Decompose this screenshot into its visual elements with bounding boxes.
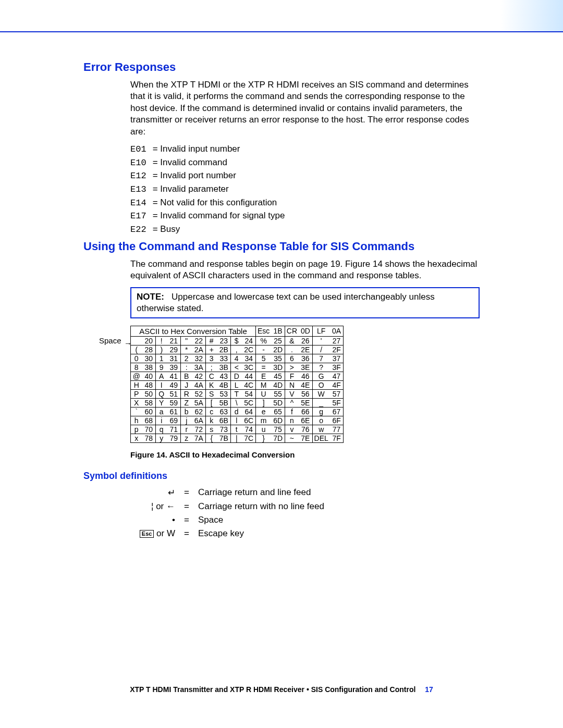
symbol-desc: Carriage return with no line feed (195, 500, 327, 513)
ascii-hex: 33 (217, 354, 231, 363)
error-code: E17 (130, 210, 150, 223)
ascii-hex: 74 (242, 425, 256, 434)
ascii-hex: 2E (299, 345, 312, 354)
ascii-hex: 35 (271, 354, 285, 363)
error-code-line: E10 = Invalid command (130, 156, 480, 170)
ascii-hex: 4B (217, 380, 231, 389)
ascii-hex: 5C (242, 398, 256, 407)
ascii-hex: 40 (142, 372, 156, 380)
ascii-hex: 37 (330, 354, 344, 363)
error-desc: = Invalid input number (150, 144, 240, 154)
ascii-header-char: CR (285, 326, 299, 336)
ascii-hex: 68 (142, 416, 156, 425)
ascii-hex: 21 (167, 336, 181, 345)
ascii-hex: 44 (242, 372, 256, 380)
ascii-char: q (156, 425, 167, 434)
symbol-row: ↵=Carriage return and line feed (130, 486, 327, 500)
ascii-char: o (312, 416, 330, 425)
ascii-hex: 26 (299, 336, 312, 345)
ascii-hex: 4D (271, 380, 285, 389)
error-code: E13 (130, 183, 150, 196)
ascii-char: ( (131, 345, 142, 354)
ascii-char: $ (231, 336, 242, 345)
symbol-definitions-table: ↵=Carriage return and line feed¦ or ←=Ca… (130, 486, 327, 540)
error-code-list: E01 = Invalid input numberE10 = Invalid … (130, 143, 480, 236)
error-desc: = Not valid for this configuration (150, 198, 277, 207)
ascii-hex: 22 (192, 336, 206, 345)
ascii-char: " (181, 336, 192, 345)
ascii-char: 3 (206, 354, 217, 363)
ascii-char: R (181, 389, 192, 398)
error-desc: = Invalid parameter (150, 184, 229, 194)
equals: = (178, 486, 195, 500)
ascii-char: m (256, 416, 272, 425)
ascii-hex: 42 (192, 372, 206, 380)
header-rule (0, 31, 563, 32)
ascii-char: 8 (131, 363, 142, 372)
equals: = (178, 513, 195, 527)
ascii-char: y (156, 434, 167, 442)
ascii-char: @ (131, 372, 142, 380)
error-code-line: E12 = Invalid port number (130, 169, 480, 183)
ascii-hex: 2F (330, 345, 344, 354)
ascii-char (131, 336, 142, 345)
ascii-char: 6 (285, 354, 299, 363)
ascii-hex: 2D (271, 345, 285, 354)
ascii-char: ? (312, 363, 330, 372)
ascii-hex: 3E (299, 363, 312, 372)
ascii-char: C (206, 372, 217, 380)
error-code-line: E13 = Invalid parameter (130, 183, 480, 196)
symbol-glyph: ↵ (130, 486, 178, 500)
heading-using-table: Using the Command and Response Table for… (83, 240, 480, 253)
ascii-hex: 72 (192, 425, 206, 434)
ascii-char: b (181, 407, 192, 416)
space-label: Space (99, 336, 121, 345)
ascii-header-hex: 0D (299, 326, 312, 336)
ascii-hex: 31 (167, 354, 181, 363)
ascii-hex: 7D (271, 434, 285, 442)
symbol-desc: Space (195, 513, 327, 527)
note-label: NOTE: (137, 292, 164, 302)
ascii-char: \ (231, 398, 242, 407)
ascii-char: | (231, 434, 242, 442)
ascii-hex: 36 (299, 354, 312, 363)
error-desc: = Invalid command for signal type (150, 211, 285, 220)
ascii-char: B (181, 372, 192, 380)
ascii-char: ) (156, 345, 167, 354)
ascii-hex: 6E (299, 416, 312, 425)
ascii-hex: 4E (299, 380, 312, 389)
ascii-hex: 70 (142, 425, 156, 434)
ascii-char: E (256, 372, 272, 380)
ascii-hex: 2A (192, 345, 206, 354)
ascii-char: ^ (285, 398, 299, 407)
ascii-char: , (231, 345, 242, 354)
symbol-desc: Escape key (195, 527, 327, 540)
ascii-hex: 34 (242, 354, 256, 363)
ascii-char: S (206, 389, 217, 398)
ascii-hex: 60 (142, 407, 156, 416)
ascii-table-title: ASCII to Hex Conversion Table (131, 326, 256, 336)
ascii-hex: 47 (330, 372, 344, 380)
ascii-char: A (156, 372, 167, 380)
symbol-glyph: • (130, 513, 178, 527)
ascii-char: K (206, 380, 217, 389)
ascii-header-hex: 1B (271, 326, 285, 336)
ascii-char: 4 (231, 354, 242, 363)
ascii-char: . (285, 345, 299, 354)
ascii-hex: 7C (242, 434, 256, 442)
heading-symbol-definitions: Symbol definitions (83, 471, 480, 482)
ascii-hex: 77 (330, 425, 344, 434)
ascii-char: Y (156, 398, 167, 407)
ascii-hex: 6F (330, 416, 344, 425)
ascii-hex: 79 (167, 434, 181, 442)
ascii-char: { (206, 434, 217, 442)
ascii-hex: 5A (192, 398, 206, 407)
ascii-char: ~ (285, 434, 299, 442)
ascii-char: p (131, 425, 142, 434)
ascii-hex: 65 (271, 407, 285, 416)
ascii-hex: 4C (242, 380, 256, 389)
ascii-hex: 28 (142, 345, 156, 354)
ascii-char: t (231, 425, 242, 434)
ascii-char: ' (312, 336, 330, 345)
ascii-hex: 66 (299, 407, 312, 416)
